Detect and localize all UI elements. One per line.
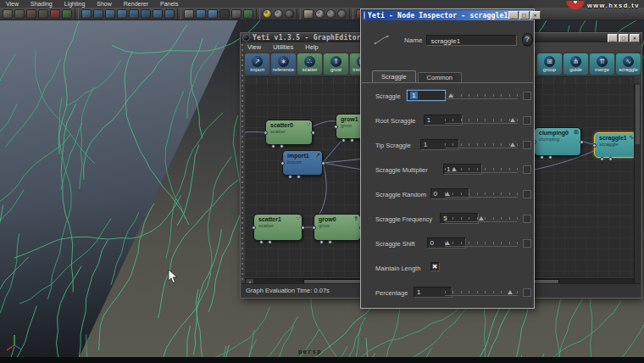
param-slider[interactable] [445, 142, 518, 148]
name-input[interactable]: scraggle1 [426, 35, 516, 46]
tool-guide-button[interactable]: ⋔guide [564, 53, 588, 75]
sphere-a-icon[interactable] [315, 9, 325, 19]
port-right[interactable] [321, 161, 325, 165]
port-bottom-a[interactable] [600, 157, 604, 161]
slider-handle[interactable] [452, 167, 457, 171]
maintain-length-checkbox[interactable]: ✖ [430, 262, 440, 271]
paint-select-icon[interactable] [26, 9, 36, 19]
sphere-c-icon[interactable] [337, 9, 347, 19]
front-view-icon[interactable] [129, 9, 139, 19]
four-pane-icon[interactable] [93, 9, 103, 19]
port-bottom-b[interactable] [297, 175, 301, 179]
port-right[interactable] [311, 131, 315, 135]
param-slider[interactable] [445, 216, 518, 222]
textured-icon[interactable] [208, 9, 218, 19]
port-bottom-b[interactable] [280, 144, 284, 148]
port-left[interactable] [334, 125, 338, 129]
maximize-button[interactable]: □ [519, 11, 530, 20]
map-toggle[interactable] [523, 165, 531, 174]
shadow-ball-icon[interactable] [285, 9, 294, 19]
map-toggle[interactable] [523, 141, 531, 149]
port-bottom-b[interactable] [350, 138, 354, 142]
port-left[interactable] [280, 161, 285, 165]
menu-view[interactable]: View [0, 1, 25, 8]
param-slider[interactable] [445, 290, 518, 296]
ambient-ball-icon[interactable] [274, 9, 283, 19]
lights-icon[interactable] [219, 9, 230, 19]
move-tool-icon[interactable] [38, 9, 48, 19]
node-grow0[interactable]: grow0grow⇑ [314, 214, 361, 241]
minimize-button[interactable]: _ [608, 34, 618, 42]
map-toggle[interactable] [523, 215, 531, 223]
persp-view-icon[interactable] [117, 9, 127, 19]
close-button[interactable]: ✕ [530, 11, 541, 20]
tool-scatter-button[interactable]: ∴scatter [297, 53, 322, 75]
slider-handle[interactable] [508, 290, 513, 294]
tool-settings-icon[interactable] [62, 9, 72, 19]
port-left[interactable] [264, 131, 268, 135]
tool-import-button[interactable]: ↗import [245, 53, 269, 75]
vscroll-thumb[interactable] [636, 85, 640, 144]
param-slider[interactable] [445, 167, 518, 173]
port-left[interactable] [312, 226, 316, 230]
slider-handle[interactable] [479, 216, 484, 221]
default-material-icon[interactable] [243, 9, 253, 19]
port-bottom-b[interactable] [268, 240, 272, 244]
key-light-icon[interactable] [263, 9, 272, 19]
select-icon[interactable] [3, 9, 13, 19]
tab-common[interactable]: Common [418, 72, 462, 82]
param-slider[interactable] [445, 118, 518, 124]
port-left[interactable] [592, 143, 597, 148]
graph-vscrollbar[interactable] [634, 83, 641, 285]
ge-menu-view[interactable]: View [242, 43, 267, 51]
port-bottom-a[interactable] [288, 175, 292, 179]
ge-menu-utilities[interactable]: Utilities [267, 43, 299, 51]
map-toggle[interactable] [523, 92, 531, 100]
port-right[interactable] [301, 226, 305, 230]
tool-group-button[interactable]: ⊞group [537, 53, 562, 75]
menu-show[interactable]: Show [91, 1, 118, 8]
side-view-icon[interactable] [141, 9, 151, 19]
sphere-b-icon[interactable] [326, 9, 336, 19]
param-slider[interactable] [445, 93, 518, 99]
slider-handle[interactable] [510, 118, 515, 122]
slider-handle[interactable] [510, 142, 515, 147]
shaded-icon[interactable] [196, 9, 206, 19]
menu-panels[interactable]: Panels [154, 1, 184, 8]
port-bottom-a[interactable] [319, 240, 324, 244]
map-toggle[interactable] [523, 239, 531, 248]
menu-lighting[interactable]: Lighting [58, 1, 92, 8]
slider-handle[interactable] [448, 93, 453, 98]
outliner-icon[interactable] [153, 9, 163, 19]
lasso-icon[interactable] [14, 9, 25, 19]
ge-menu-help[interactable]: Help [299, 43, 324, 51]
menu-renderer[interactable]: Renderer [118, 1, 154, 8]
port-bottom-a[interactable] [341, 138, 346, 142]
port-right[interactable] [580, 140, 584, 144]
map-toggle[interactable] [523, 288, 531, 297]
map-toggle[interactable] [523, 190, 531, 198]
port-bottom-a[interactable] [271, 144, 275, 148]
node-clumping0[interactable]: clumping0clumping⊞ [534, 127, 581, 156]
show-manipulator-icon[interactable] [50, 9, 60, 19]
port-bottom-b[interactable] [548, 155, 552, 159]
help-button[interactable]: ? [522, 33, 533, 47]
top-view-icon[interactable] [105, 9, 115, 19]
port-left[interactable] [252, 226, 256, 230]
port-bottom-b[interactable] [328, 240, 332, 244]
port-bottom-b[interactable] [608, 157, 613, 161]
port-bottom-a[interactable] [259, 240, 264, 244]
map-toggle[interactable] [523, 116, 531, 125]
menu-shading[interactable]: Shading [25, 1, 58, 8]
tool-scraggle-button[interactable]: ∿scraggle [616, 53, 641, 75]
wireframe-icon[interactable] [184, 9, 194, 19]
tool-reference-button[interactable]: ∗reference [271, 53, 296, 75]
close-button[interactable]: ✕ [630, 34, 640, 42]
texture-checker-icon[interactable] [231, 9, 242, 19]
slider-handle[interactable] [445, 241, 450, 245]
hypershade-icon[interactable] [164, 9, 175, 19]
single-pane-icon[interactable] [81, 9, 92, 19]
maximize-button[interactable]: □ [619, 34, 629, 42]
node-scraggle1[interactable]: scraggle1scraggle∿ [594, 132, 636, 158]
port-bottom-a[interactable] [540, 155, 544, 159]
